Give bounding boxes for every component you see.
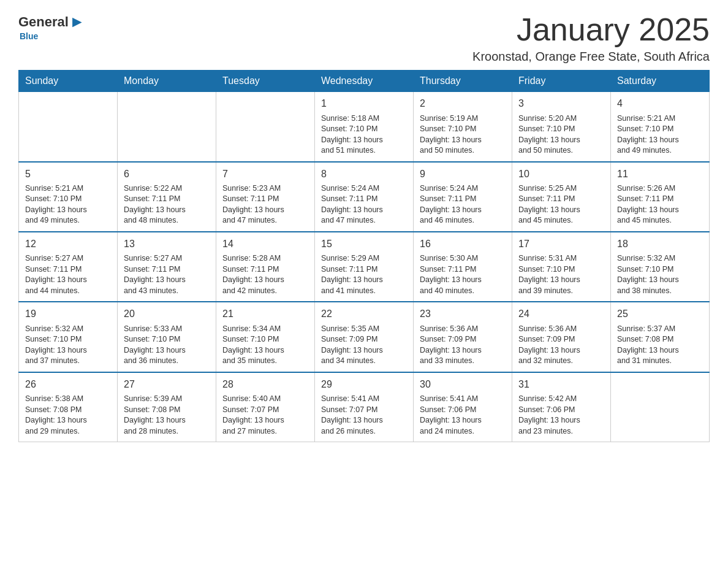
weekday-header-tuesday: Tuesday xyxy=(216,71,315,92)
calendar-cell: 9Sunrise: 5:24 AM Sunset: 7:11 PM Daylig… xyxy=(414,162,512,232)
calendar-cell: 12Sunrise: 5:27 AM Sunset: 7:11 PM Dayli… xyxy=(19,232,118,302)
day-number: 28 xyxy=(222,378,308,391)
day-info: Sunrise: 5:31 AM Sunset: 7:10 PM Dayligh… xyxy=(518,253,604,296)
logo-blue-text: Blue xyxy=(20,31,38,41)
day-info: Sunrise: 5:21 AM Sunset: 7:10 PM Dayligh… xyxy=(25,183,111,226)
day-number: 20 xyxy=(124,307,210,321)
day-info: Sunrise: 5:36 AM Sunset: 7:09 PM Dayligh… xyxy=(420,324,506,367)
calendar-week-row: 1Sunrise: 5:18 AM Sunset: 7:10 PM Daylig… xyxy=(19,92,710,162)
page-header: General ► Blue January 2025 Kroonstad, O… xyxy=(18,12,710,64)
day-number: 18 xyxy=(617,237,703,251)
calendar-cell: 13Sunrise: 5:27 AM Sunset: 7:11 PM Dayli… xyxy=(118,232,216,302)
location-title: Kroonstad, Orange Free State, South Afri… xyxy=(472,50,710,64)
weekday-header-thursday: Thursday xyxy=(414,71,512,92)
calendar-week-row: 19Sunrise: 5:32 AM Sunset: 7:10 PM Dayli… xyxy=(19,302,710,372)
day-number: 11 xyxy=(617,167,703,181)
day-info: Sunrise: 5:30 AM Sunset: 7:11 PM Dayligh… xyxy=(420,253,506,296)
calendar-cell: 1Sunrise: 5:18 AM Sunset: 7:10 PM Daylig… xyxy=(315,92,414,162)
calendar-cell: 2Sunrise: 5:19 AM Sunset: 7:10 PM Daylig… xyxy=(414,92,512,162)
day-info: Sunrise: 5:34 AM Sunset: 7:10 PM Dayligh… xyxy=(222,324,308,367)
day-info: Sunrise: 5:42 AM Sunset: 7:06 PM Dayligh… xyxy=(518,394,604,437)
day-info: Sunrise: 5:26 AM Sunset: 7:11 PM Dayligh… xyxy=(617,183,703,226)
day-number: 26 xyxy=(25,378,111,391)
calendar-cell xyxy=(611,372,710,442)
day-info: Sunrise: 5:41 AM Sunset: 7:07 PM Dayligh… xyxy=(321,394,407,437)
day-number: 22 xyxy=(321,307,407,321)
weekday-header-wednesday: Wednesday xyxy=(315,71,414,92)
day-info: Sunrise: 5:19 AM Sunset: 7:10 PM Dayligh… xyxy=(420,113,506,156)
day-info: Sunrise: 5:28 AM Sunset: 7:11 PM Dayligh… xyxy=(222,253,308,296)
day-number: 31 xyxy=(518,378,604,391)
day-info: Sunrise: 5:41 AM Sunset: 7:06 PM Dayligh… xyxy=(420,394,506,437)
day-number: 30 xyxy=(420,378,506,391)
day-info: Sunrise: 5:23 AM Sunset: 7:11 PM Dayligh… xyxy=(222,183,308,226)
calendar-cell: 30Sunrise: 5:41 AM Sunset: 7:06 PM Dayli… xyxy=(414,372,512,442)
calendar-cell: 15Sunrise: 5:29 AM Sunset: 7:11 PM Dayli… xyxy=(315,232,414,302)
calendar-cell: 28Sunrise: 5:40 AM Sunset: 7:07 PM Dayli… xyxy=(216,372,315,442)
calendar-cell: 6Sunrise: 5:22 AM Sunset: 7:11 PM Daylig… xyxy=(118,162,216,232)
day-info: Sunrise: 5:32 AM Sunset: 7:10 PM Dayligh… xyxy=(25,324,111,367)
calendar-cell xyxy=(118,92,216,162)
logo-general-text: General xyxy=(18,14,69,30)
day-number: 3 xyxy=(518,97,604,110)
day-number: 4 xyxy=(617,97,703,110)
day-info: Sunrise: 5:40 AM Sunset: 7:07 PM Dayligh… xyxy=(222,394,308,437)
day-number: 27 xyxy=(124,378,210,391)
day-number: 23 xyxy=(420,307,506,321)
day-number: 29 xyxy=(321,378,407,391)
calendar-cell: 18Sunrise: 5:32 AM Sunset: 7:10 PM Dayli… xyxy=(611,232,710,302)
day-info: Sunrise: 5:33 AM Sunset: 7:10 PM Dayligh… xyxy=(124,324,210,367)
calendar-cell xyxy=(216,92,315,162)
day-number: 19 xyxy=(25,307,111,321)
day-number: 14 xyxy=(222,237,308,251)
day-info: Sunrise: 5:29 AM Sunset: 7:11 PM Dayligh… xyxy=(321,253,407,296)
calendar-cell: 7Sunrise: 5:23 AM Sunset: 7:11 PM Daylig… xyxy=(216,162,315,232)
day-info: Sunrise: 5:27 AM Sunset: 7:11 PM Dayligh… xyxy=(124,253,210,296)
calendar-cell xyxy=(19,92,118,162)
day-info: Sunrise: 5:38 AM Sunset: 7:08 PM Dayligh… xyxy=(25,394,111,437)
calendar-cell: 31Sunrise: 5:42 AM Sunset: 7:06 PM Dayli… xyxy=(512,372,611,442)
calendar-cell: 10Sunrise: 5:25 AM Sunset: 7:11 PM Dayli… xyxy=(512,162,611,232)
calendar-cell: 25Sunrise: 5:37 AM Sunset: 7:08 PM Dayli… xyxy=(611,302,710,372)
day-info: Sunrise: 5:18 AM Sunset: 7:10 PM Dayligh… xyxy=(321,113,407,156)
day-number: 6 xyxy=(124,167,210,181)
calendar-week-row: 5Sunrise: 5:21 AM Sunset: 7:10 PM Daylig… xyxy=(19,162,710,232)
day-number: 1 xyxy=(321,97,407,110)
weekday-header-saturday: Saturday xyxy=(611,71,710,92)
day-number: 24 xyxy=(518,307,604,321)
calendar-header-row: SundayMondayTuesdayWednesdayThursdayFrid… xyxy=(19,71,710,92)
day-info: Sunrise: 5:35 AM Sunset: 7:09 PM Dayligh… xyxy=(321,324,407,367)
calendar-cell: 5Sunrise: 5:21 AM Sunset: 7:10 PM Daylig… xyxy=(19,162,118,232)
weekday-header-friday: Friday xyxy=(512,71,611,92)
calendar-cell: 20Sunrise: 5:33 AM Sunset: 7:10 PM Dayli… xyxy=(118,302,216,372)
calendar-cell: 19Sunrise: 5:32 AM Sunset: 7:10 PM Dayli… xyxy=(19,302,118,372)
day-number: 8 xyxy=(321,167,407,181)
day-info: Sunrise: 5:25 AM Sunset: 7:11 PM Dayligh… xyxy=(518,183,604,226)
calendar-cell: 16Sunrise: 5:30 AM Sunset: 7:11 PM Dayli… xyxy=(414,232,512,302)
calendar-cell: 26Sunrise: 5:38 AM Sunset: 7:08 PM Dayli… xyxy=(19,372,118,442)
day-number: 17 xyxy=(518,237,604,251)
calendar-cell: 14Sunrise: 5:28 AM Sunset: 7:11 PM Dayli… xyxy=(216,232,315,302)
day-number: 5 xyxy=(25,167,111,181)
day-info: Sunrise: 5:24 AM Sunset: 7:11 PM Dayligh… xyxy=(420,183,506,226)
calendar-cell: 24Sunrise: 5:36 AM Sunset: 7:09 PM Dayli… xyxy=(512,302,611,372)
logo: General ► Blue xyxy=(18,12,86,41)
day-number: 25 xyxy=(617,307,703,321)
day-number: 2 xyxy=(420,97,506,110)
day-info: Sunrise: 5:21 AM Sunset: 7:10 PM Dayligh… xyxy=(617,113,703,156)
day-info: Sunrise: 5:22 AM Sunset: 7:11 PM Dayligh… xyxy=(124,183,210,226)
calendar-cell: 17Sunrise: 5:31 AM Sunset: 7:10 PM Dayli… xyxy=(512,232,611,302)
day-info: Sunrise: 5:27 AM Sunset: 7:11 PM Dayligh… xyxy=(25,253,111,296)
day-number: 15 xyxy=(321,237,407,251)
day-number: 21 xyxy=(222,307,308,321)
day-number: 7 xyxy=(222,167,308,181)
calendar-cell: 27Sunrise: 5:39 AM Sunset: 7:08 PM Dayli… xyxy=(118,372,216,442)
day-number: 9 xyxy=(420,167,506,181)
day-info: Sunrise: 5:37 AM Sunset: 7:08 PM Dayligh… xyxy=(617,324,703,367)
calendar-cell: 3Sunrise: 5:20 AM Sunset: 7:10 PM Daylig… xyxy=(512,92,611,162)
calendar-cell: 29Sunrise: 5:41 AM Sunset: 7:07 PM Dayli… xyxy=(315,372,414,442)
weekday-header-sunday: Sunday xyxy=(19,71,118,92)
calendar-cell: 11Sunrise: 5:26 AM Sunset: 7:11 PM Dayli… xyxy=(611,162,710,232)
day-info: Sunrise: 5:39 AM Sunset: 7:08 PM Dayligh… xyxy=(124,394,210,437)
calendar-cell: 4Sunrise: 5:21 AM Sunset: 7:10 PM Daylig… xyxy=(611,92,710,162)
